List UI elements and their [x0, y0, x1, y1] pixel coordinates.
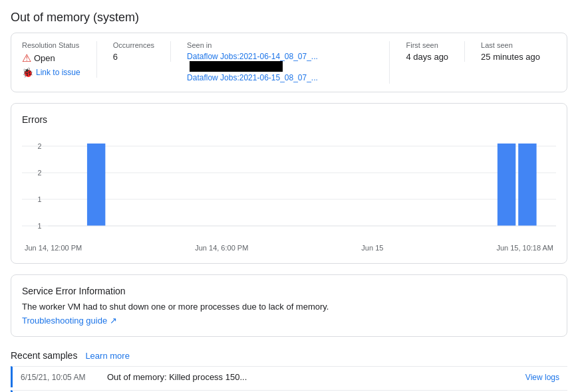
sample-message-1: Out of memory: Killed process 150... — [107, 372, 525, 382]
seen-in-links: Dataflow Jobs:2021-06-14_08_07_... Dataf… — [187, 52, 373, 82]
table-row: 6/15/21, 10:05 AM Out of memory: Killed … — [11, 366, 567, 387]
external-link-icon: ↗ — [110, 316, 117, 326]
occurrences-label: Occurrences — [113, 41, 154, 49]
troubleshoot-label: Troubleshooting guide — [22, 316, 107, 326]
sample-list: 6/15/21, 10:05 AM Out of memory: Killed … — [11, 366, 567, 392]
seen-in-section: Seen in Dataflow Jobs:2021-06-14_08_07_.… — [187, 41, 390, 84]
view-logs-1[interactable]: View logs — [525, 373, 559, 382]
seen-in-link-1[interactable]: Dataflow Jobs:2021-06-14_08_07_... — [187, 52, 373, 72]
first-seen-label: First seen — [406, 41, 448, 49]
svg-text:2: 2 — [37, 169, 41, 177]
first-seen-value: 4 days ago — [406, 52, 448, 62]
svg-text:1: 1 — [37, 222, 41, 230]
bar-2 — [498, 144, 515, 226]
last-seen-label: Last seen — [481, 41, 540, 49]
resolution-status: ⚠ Open — [22, 52, 80, 64]
redacted-bar-1 — [190, 61, 283, 72]
link-to-issue-button[interactable]: 🐞 Link to issue — [22, 67, 80, 78]
bug-icon: 🐞 — [22, 67, 33, 78]
recent-samples-section: Recent samples Learn more 6/15/21, 10:05… — [11, 350, 567, 392]
bar-3 — [518, 144, 536, 226]
x-label-4: Jun 15, 10:18 AM — [496, 244, 553, 252]
resolution-value: Open — [34, 53, 55, 63]
link-to-issue-label: Link to issue — [36, 68, 80, 77]
recent-samples-title: Recent samples — [11, 350, 77, 361]
info-card: Resolution Status ⚠ Open 🐞 Link to issue… — [11, 33, 567, 92]
resolution-section: Resolution Status ⚠ Open 🐞 Link to issue — [22, 41, 97, 78]
occurrences-value: 6 — [113, 52, 154, 62]
chart-x-labels: Jun 14, 12:00 PM Jun 14, 6:00 PM Jun 15 … — [22, 244, 556, 252]
last-seen-value: 25 minutes ago — [481, 52, 540, 62]
occurrences-section: Occurrences 6 — [113, 41, 171, 62]
chart-title: Errors — [22, 114, 556, 125]
errors-chart-card: Errors 2 2 1 1 Jun 14, 12:00 PM Jun 14, … — [11, 103, 567, 264]
x-label-3: Jun 15 — [361, 244, 383, 252]
recent-samples-header: Recent samples Learn more — [11, 350, 567, 361]
svg-text:1: 1 — [37, 195, 41, 203]
first-seen-section: First seen 4 days ago — [406, 41, 465, 62]
error-icon: ⚠ — [22, 52, 31, 64]
bar-1 — [87, 144, 105, 226]
service-error-title: Service Error Information — [22, 286, 556, 296]
svg-text:2: 2 — [37, 142, 41, 150]
x-label-2: Jun 14, 6:00 PM — [195, 244, 248, 252]
sample-time-1: 6/15/21, 10:05 AM — [21, 373, 107, 382]
seen-in-label: Seen in — [187, 41, 373, 49]
chart-area: 2 2 1 1 Jun 14, 12:00 PM Jun 14, 6:00 PM… — [22, 133, 556, 252]
x-label-1: Jun 14, 12:00 PM — [25, 244, 82, 252]
troubleshoot-link[interactable]: Troubleshooting guide ↗ — [22, 316, 117, 326]
seen-in-link-2[interactable]: Dataflow Jobs:2021-06-15_08_07_... — [187, 73, 373, 82]
page-title: Out of memory (system) — [11, 11, 567, 25]
learn-more-link[interactable]: Learn more — [85, 351, 129, 361]
last-seen-section: Last seen 25 minutes ago — [481, 41, 556, 62]
service-error-card: Service Error Information The worker VM … — [11, 274, 567, 337]
service-error-description: The worker VM had to shut down one or mo… — [22, 302, 556, 312]
chart-svg: 2 2 1 1 — [22, 133, 556, 239]
resolution-label: Resolution Status — [22, 41, 80, 49]
